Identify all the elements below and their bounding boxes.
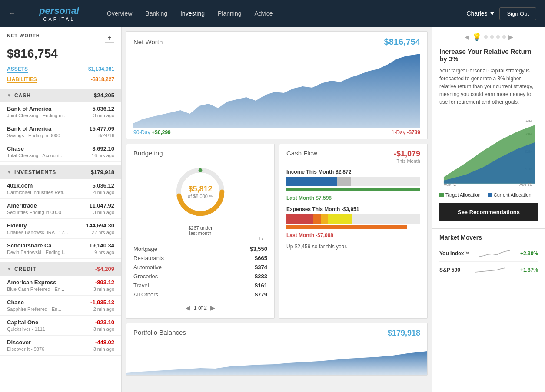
cash-section-label: CASH — [14, 92, 31, 99]
cash-section-header[interactable]: ▼ CASH $24,205 — [0, 89, 121, 102]
svg-text:Age 92: Age 92 — [519, 182, 532, 186]
cashflow-period: This Month — [394, 158, 420, 164]
budget-pagination: ◀ 1 of 2 ▶ — [186, 304, 215, 311]
current-label: Current Allocation — [494, 192, 532, 198]
chart-label-1day: 1-Day -$739 — [392, 129, 420, 135]
nav-planning[interactable]: Planning — [218, 10, 242, 17]
credit-accounts: American ExpressBlue Cash Preferred - En… — [0, 276, 121, 356]
mover-youindex[interactable]: You Index™ +2.30% — [439, 245, 538, 262]
cashflow-body: Income This Month $2,872 Last Month $7,5… — [279, 165, 427, 255]
account-chase-credit[interactable]: ChaseSapphire Preferred - En... -1,935.1… — [0, 296, 121, 316]
current-color-swatch — [488, 193, 492, 197]
svg-text:$4M: $4M — [525, 119, 532, 123]
cf-exp-orange2 — [321, 214, 328, 224]
networth-card-header: Net Worth $816,754 — [126, 32, 427, 49]
cash-section-value: $24,205 — [94, 92, 114, 99]
liabilities-label: LIABILITIES — [7, 76, 37, 83]
portfolio-value: $179,918 — [388, 329, 420, 338]
mover-youindex-chart — [479, 248, 510, 259]
cf-income-last-month: Last Month $7,598 — [286, 195, 420, 201]
user-menu[interactable]: Charles ▼ — [466, 10, 495, 17]
networth-title: Net Worth — [133, 38, 163, 46]
credit-collapse-icon: ▼ — [7, 267, 12, 271]
networth-chart — [133, 49, 420, 128]
budgeting-card: Budgeting $5,812 — [126, 144, 275, 319]
account-scholarshare[interactable]: Scholarshare Ca...Devin Bartowski - Endi… — [0, 239, 121, 259]
cf-income-label: Income This Month $2,872 — [286, 169, 420, 175]
account-fidelity[interactable]: FidelityCharles Bartowski IRA - 12... 14… — [0, 219, 121, 239]
logo: personal CAPITAL — [24, 5, 94, 22]
credit-section-header[interactable]: ▼ CREDIT -$4,209 — [0, 262, 121, 276]
budget-counter: 17 — [133, 236, 267, 241]
two-col-section: Budgeting $5,812 — [126, 144, 428, 319]
budgeting-body: $5,812 of $8,000 ✏ $267 under last month… — [126, 160, 274, 318]
cf-income-bar-gray — [337, 177, 351, 186]
account-chase-checking[interactable]: ChaseTotal Checking - Account... 3,692.1… — [0, 142, 121, 162]
nav-overview[interactable]: Overview — [107, 10, 132, 17]
account-ameritrade[interactable]: AmeritradeSecurities Ending in 0000 11,0… — [0, 199, 121, 219]
networth-chart-area — [126, 49, 427, 128]
cf-note: Up $2,459 so far this year. — [286, 244, 420, 250]
investments-section-header[interactable]: ▼ INVESTMENTS $179,918 — [0, 165, 121, 179]
budget-restaurants: Restaurants $665 — [133, 254, 267, 263]
cf-expense-last-month: Last Month -$7,098 — [286, 232, 420, 238]
nav-right: Charles ▼ Sign Out — [466, 7, 536, 20]
cf-income-last-bar — [286, 188, 420, 191]
account-401k[interactable]: 401k.comCarmichael Industries Reti... 5,… — [0, 179, 121, 199]
see-recommendations-button[interactable]: See Recommendations — [439, 203, 538, 221]
nav-investing[interactable]: Investing — [180, 10, 205, 17]
budget-next-button[interactable]: ▶ — [210, 304, 215, 311]
promo-title: Increase Your Relative Return by 3% — [439, 48, 538, 63]
carousel-dot-1[interactable] — [484, 35, 488, 39]
nav-links: Overview Banking Investing Planning Advi… — [107, 10, 466, 17]
account-amex[interactable]: American ExpressBlue Cash Preferred - En… — [0, 276, 121, 296]
legend-current: Current Allocation — [488, 192, 532, 198]
edit-budget-icon[interactable]: ✏ — [209, 194, 213, 199]
cf-income-bar-fill — [286, 177, 337, 186]
carousel-prev-icon[interactable]: ◀ — [465, 33, 469, 40]
budget-mortgage: Mortgage $3,550 — [133, 244, 267, 254]
allocation-chart-area: $4M $3M $2M $1M $0 Age 42 Age 92 — [432, 116, 545, 191]
legend-target: Target Allocation — [439, 192, 481, 198]
nav-banking[interactable]: Banking — [145, 10, 167, 17]
carousel-next-icon[interactable]: ▶ — [508, 33, 513, 40]
carousel-dot-3[interactable] — [496, 35, 500, 39]
svg-marker-0 — [133, 54, 420, 128]
user-name: Charles — [466, 10, 487, 17]
account-boa-savings[interactable]: Bank of AmericaSavings - Ending in 0000 … — [0, 122, 121, 142]
net-worth-header: NET WORTH + — [0, 27, 121, 47]
nav-back-icon[interactable]: ← — [9, 10, 16, 17]
cash-accounts: Bank of AmericaJoint Checking - Ending i… — [0, 102, 121, 162]
mover-sp500[interactable]: S&P 500 +1.87% — [439, 262, 538, 278]
account-discover[interactable]: DiscoverDiscover It - 9876 -448.023 min … — [0, 336, 121, 356]
main-content: Net Worth $816,754 90-Day +$6,299 — [122, 27, 432, 392]
budget-items: Mortgage $3,550 Restaurants $665 Automot… — [133, 244, 267, 299]
investment-accounts: 401k.comCarmichael Industries Reti... 5,… — [0, 179, 121, 259]
budgeting-title: Budgeting — [126, 144, 274, 160]
investments-section-value: $179,918 — [91, 169, 114, 175]
cashflow-summary: -$1,079 This Month — [394, 149, 420, 164]
liabilities-row[interactable]: LIABILITIES -$318,227 — [0, 75, 121, 85]
signout-button[interactable]: Sign Out — [499, 7, 536, 20]
mover-sp500-chart — [475, 264, 505, 275]
carousel-dot-4[interactable] — [502, 35, 506, 39]
budget-donut: $5,812 of $8,000 ✏ — [172, 164, 229, 220]
budget-of: of $8,000 ✏ — [188, 194, 213, 199]
promo-content: Increase Your Relative Return by 3% Your… — [432, 44, 545, 116]
budget-prev-button[interactable]: ◀ — [186, 304, 190, 311]
account-capital-one[interactable]: Capital OneQuicksilver - 1111 -923.103 m… — [0, 316, 121, 336]
navbar: ← personal CAPITAL Overview Banking Inve… — [0, 0, 545, 27]
mover-youindex-name: You Index™ — [439, 250, 469, 257]
cf-exp-yellow — [328, 214, 352, 224]
carousel-dot-2[interactable] — [490, 35, 494, 39]
svg-point-3 — [199, 168, 203, 172]
networth-card: Net Worth $816,754 90-Day +$6,299 — [126, 31, 428, 139]
cf-exp-red — [286, 214, 313, 224]
add-account-button[interactable]: + — [105, 33, 114, 43]
assets-row[interactable]: ASSETS $1,134,981 — [0, 64, 121, 75]
assets-value: $1,134,981 — [88, 66, 114, 73]
account-boa-checking[interactable]: Bank of AmericaJoint Checking - Ending i… — [0, 102, 121, 122]
nav-advice[interactable]: Advice — [255, 10, 273, 17]
allocation-chart: $4M $3M $2M $1M $0 Age 42 Age 92 — [439, 116, 538, 186]
cf-exp-orange1 — [313, 214, 321, 224]
